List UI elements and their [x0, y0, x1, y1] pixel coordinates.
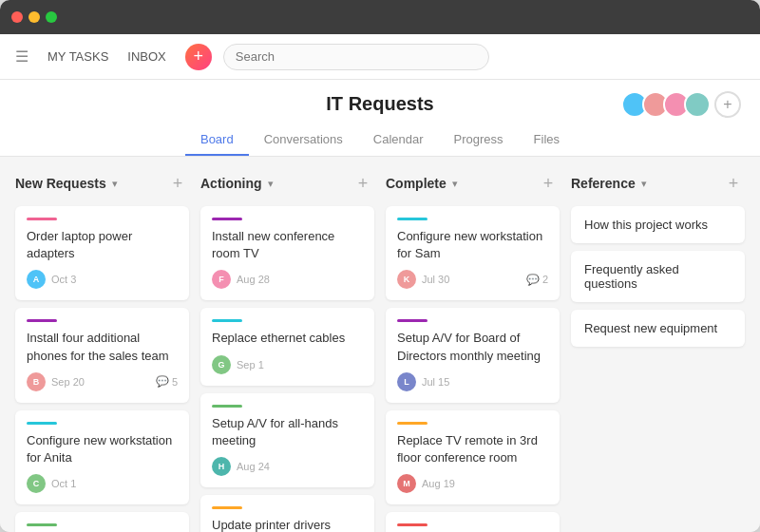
ref-card-0[interactable]: How this project works — [571, 206, 745, 243]
comment-count: 2 — [542, 274, 548, 285]
card-footer: COct 1 — [27, 474, 178, 493]
card[interactable]: Setup A/V for all-hands meetingHAug 24 — [200, 393, 374, 487]
col-dropdown-reference[interactable]: ▾ — [641, 178, 647, 190]
card-footer: BSep 20💬5 — [27, 372, 178, 391]
card-color-bar — [212, 319, 242, 322]
card[interactable]: Update printer driversIAug 28💬4 — [200, 495, 374, 532]
col-add-button-complete[interactable]: + — [537, 172, 560, 195]
ref-card-2[interactable]: Request new equipment — [571, 310, 745, 347]
card-comments: 💬5 — [156, 375, 178, 388]
col-dropdown-actioning[interactable]: ▾ — [268, 178, 274, 190]
card[interactable]: Replace TV remote in 3rd floor conferenc… — [386, 410, 560, 504]
card-date: Sep 20 — [51, 376, 85, 388]
menu-icon[interactable]: ☰ — [15, 48, 28, 66]
card-avatar: A — [27, 270, 46, 289]
card-footer: KJul 30💬2 — [397, 270, 548, 289]
comment-icon: 💬 — [156, 375, 169, 388]
card-title: Replace ethernet cables — [212, 330, 363, 347]
card-date: Aug 24 — [237, 461, 270, 472]
card-avatar: L — [397, 372, 416, 391]
col-title-complete: Complete — [386, 176, 446, 191]
card-date: Oct 1 — [51, 478, 76, 489]
card[interactable]: Configure new workstation for AnitaCOct … — [15, 410, 189, 504]
card-date: Sep 1 — [237, 359, 264, 370]
card[interactable]: Install new conference room TVFAug 28 — [200, 206, 374, 300]
card-footer: HAug 24 — [212, 457, 363, 476]
tab-conversations[interactable]: Conversations — [249, 124, 358, 156]
card[interactable]: Diagnose wifi issue on 3rd floorDOct 15 — [15, 512, 189, 532]
my-tasks-link[interactable]: MY TASKS — [40, 46, 116, 67]
col-add-button-actioning[interactable]: + — [352, 172, 374, 195]
card-title: Configure new workstation for Sam — [397, 228, 548, 262]
col-dropdown-complete[interactable]: ▾ — [452, 178, 458, 190]
column-actioning: Actioning▾+Install new conference room T… — [200, 172, 374, 517]
app-window: ☰ MY TASKS INBOX + IT Requests + Board C… — [0, 0, 760, 532]
card-title: Setup A/V for all-hands meeting — [212, 415, 363, 449]
card-color-bar — [397, 218, 428, 220]
tab-progress[interactable]: Progress — [439, 124, 519, 156]
card-color-bar — [27, 218, 57, 220]
card-footer: GSep 1 — [212, 355, 363, 374]
card-color-bar — [27, 319, 57, 322]
card-footer: LJul 15 — [397, 372, 548, 391]
card-footer: AOct 3 — [27, 270, 178, 289]
col-title-reference: Reference — [571, 176, 636, 191]
card-title: Order laptop power adapters — [27, 228, 178, 262]
card-color-bar — [397, 422, 428, 425]
card[interactable]: Order laptop power adaptersAOct 3 — [15, 206, 189, 300]
card-title: Configure new workstation for Anita — [27, 432, 178, 466]
card-avatar: B — [27, 372, 46, 391]
avatars-group: + — [627, 91, 741, 118]
col-header-new-requests: New Requests▾+ — [15, 172, 189, 195]
toolbar-nav: MY TASKS INBOX — [40, 46, 174, 67]
card-color-bar — [212, 506, 242, 509]
card-date: Aug 19 — [422, 478, 455, 489]
col-add-button-new-requests[interactable]: + — [166, 172, 189, 195]
tab-calendar[interactable]: Calendar — [358, 124, 439, 156]
card-color-bar — [212, 218, 242, 220]
traffic-lights — [11, 11, 57, 23]
toolbar-left: ☰ MY TASKS INBOX + — [15, 44, 212, 70]
card-date: Jul 15 — [422, 376, 449, 388]
card-avatar: K — [397, 270, 416, 289]
card[interactable]: Configure new workstation for SamKJul 30… — [386, 206, 560, 300]
search-input[interactable] — [223, 44, 489, 70]
card-avatar: F — [212, 270, 231, 289]
card-comments: 💬2 — [526, 274, 548, 286]
card-color-bar — [212, 405, 242, 408]
inbox-link[interactable]: INBOX — [120, 46, 173, 67]
card-avatar: G — [212, 355, 231, 374]
card[interactable]: Setup A/V for Board of Directors monthly… — [386, 308, 560, 402]
titlebar — [0, 0, 760, 34]
maximize-button[interactable] — [46, 11, 57, 23]
card-color-bar — [397, 319, 428, 322]
col-add-button-reference[interactable]: + — [722, 172, 745, 195]
card-date: Aug 28 — [237, 274, 270, 285]
avatar-list — [627, 91, 711, 118]
card-date: Jul 30 — [422, 274, 449, 285]
col-dropdown-new-requests[interactable]: ▾ — [112, 178, 118, 190]
card-date: Oct 3 — [51, 274, 76, 285]
close-button[interactable] — [11, 11, 23, 23]
col-title-actioning: Actioning — [200, 176, 262, 191]
add-button[interactable]: + — [185, 44, 212, 70]
tab-files[interactable]: Files — [519, 124, 575, 156]
ref-card-1[interactable]: Frequently asked questions — [571, 251, 745, 302]
column-complete: Complete▾+Configure new workstation for … — [386, 172, 560, 517]
avatar-4 — [684, 91, 711, 118]
col-header-actioning: Actioning▾+ — [200, 172, 374, 195]
minimize-button[interactable] — [28, 11, 40, 23]
col-header-reference: Reference▾+ — [571, 172, 745, 195]
card[interactable]: Install four additional phones for the s… — [15, 308, 189, 402]
page-header: IT Requests + Board Conversations Calend… — [0, 80, 760, 157]
col-title-new-requests: New Requests — [15, 176, 106, 191]
card[interactable]: Order new laptop - AhmedNAug 12 — [386, 512, 560, 532]
comment-icon: 💬 — [526, 274, 540, 286]
tab-board[interactable]: Board — [185, 124, 249, 156]
card-color-bar — [397, 523, 428, 526]
toolbar: ☰ MY TASKS INBOX + — [0, 34, 760, 80]
card[interactable]: Replace ethernet cablesGSep 1 — [200, 308, 374, 385]
add-member-button[interactable]: + — [714, 91, 741, 118]
card-title: Replace TV remote in 3rd floor conferenc… — [397, 432, 548, 466]
col-header-complete: Complete▾+ — [386, 172, 560, 195]
